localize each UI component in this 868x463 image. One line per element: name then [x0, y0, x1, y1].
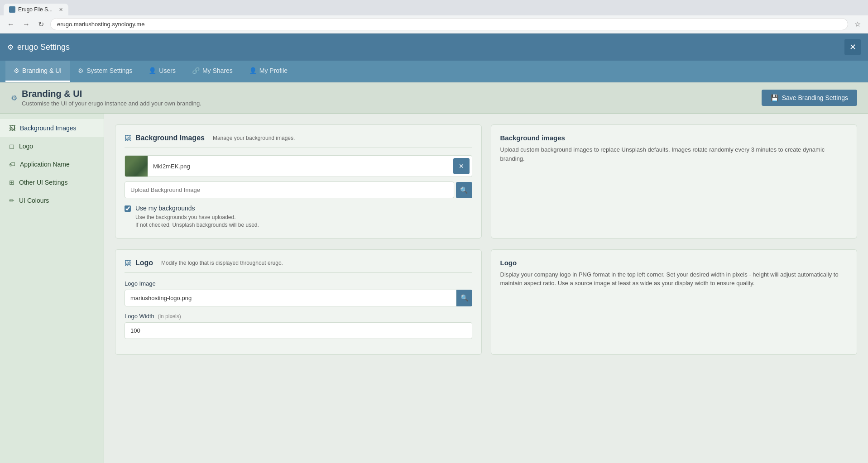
browser-tab-bar: Erugo File S... ✕: [0, 0, 868, 15]
tab-system-label: System Settings: [86, 67, 132, 74]
logo-section-icon: 🖼: [125, 259, 131, 267]
background-images-section-title: Background Images: [135, 134, 205, 142]
search-icon: 🔍: [460, 186, 468, 194]
app-header-left: ⚙ erugo Settings: [7, 43, 70, 52]
browser-tab[interactable]: Erugo File S... ✕: [4, 4, 68, 15]
users-tab-icon: 👤: [149, 67, 156, 74]
bookmark-button[interactable]: ☆: [853, 18, 863, 30]
header-close-button[interactable]: ✕: [844, 39, 861, 55]
sidebar-item-logo-label: Logo: [19, 143, 33, 150]
background-images-section-subtitle: Manage your background images.: [213, 135, 295, 141]
browser-address-bar: ← → ↻ ☆: [0, 15, 868, 33]
logo-section: 🖼 Logo Modify the logo that is displayed…: [115, 249, 857, 355]
ui-colours-icon: ✏: [9, 197, 14, 204]
background-images-icon: 🖼: [9, 124, 15, 132]
background-images-info: Background images Upload custom backgrou…: [491, 124, 858, 239]
logo-section-title: Logo: [135, 259, 153, 267]
page-subtitle: Customise the UI of your erugo instance …: [22, 100, 201, 107]
upload-search-button[interactable]: 🔍: [456, 182, 472, 198]
file-remove-button[interactable]: ✕: [453, 158, 470, 174]
other-ui-settings-icon: ⊞: [9, 179, 14, 186]
page-title: Branding & UI: [22, 89, 201, 99]
logo-width-sub-label: (in pixels): [158, 313, 181, 320]
sidebar: 🖼 Background Images ◻ Logo 🏷 Application…: [0, 114, 104, 463]
tab-my-shares[interactable]: 🔗 My Shares: [184, 61, 241, 82]
upload-row: 🔍: [125, 181, 472, 198]
profile-tab-icon: 👤: [249, 67, 257, 74]
logo-main: 🖼 Logo Modify the logo that is displayed…: [115, 249, 482, 355]
existing-file-item: MkI2mEK.png ✕: [125, 155, 472, 177]
tab-profile-label: My Profile: [259, 67, 288, 74]
sidebar-item-ui-colours-label: UI Colours: [19, 197, 49, 204]
gear-icon: ⚙: [7, 43, 14, 52]
reload-button[interactable]: ↻: [36, 18, 46, 30]
logo-section-subtitle: Modify the logo that is displayed throug…: [161, 260, 283, 266]
sidebar-item-application-name-label: Application Name: [20, 161, 70, 168]
background-images-info-title: Background images: [500, 134, 848, 142]
sidebar-item-background-images-label: Background Images: [20, 124, 77, 132]
checkbox-text: Use my backgrounds Use the backgrounds y…: [135, 205, 259, 229]
use-my-backgrounds-label[interactable]: Use my backgrounds: [135, 205, 195, 212]
background-images-section-icon: 🖼: [125, 134, 131, 142]
page-header-left: ⚙ Branding & UI Customise the UI of your…: [11, 89, 201, 107]
tab-title: Erugo File S...: [18, 6, 53, 13]
checkbox-desc-line2: If not checked, Unsplash backgrounds wil…: [135, 221, 259, 229]
branding-tab-icon: ⚙: [14, 67, 19, 74]
nav-tabs: ⚙ Branding & UI ⚙ System Settings 👤 User…: [0, 61, 868, 82]
tab-users[interactable]: 👤 Users: [140, 61, 184, 82]
content-area: 🖼 Background Images Manage your backgrou…: [104, 114, 868, 463]
logo-search-icon: 🔍: [460, 294, 468, 301]
page-header: ⚙ Branding & UI Customise the UI of your…: [0, 82, 868, 114]
save-button-label: Save Branding Settings: [782, 94, 848, 101]
main-content: 🖼 Background Images ◻ Logo 🏷 Application…: [0, 114, 868, 463]
logo-section-header: 🖼 Logo Modify the logo that is displayed…: [125, 259, 472, 273]
logo-search-button[interactable]: 🔍: [456, 290, 472, 306]
application-name-icon: 🏷: [9, 161, 15, 168]
use-my-backgrounds-checkbox[interactable]: [125, 205, 131, 212]
logo-icon: ◻: [9, 143, 14, 150]
address-input[interactable]: [50, 18, 848, 30]
background-images-main: 🖼 Background Images Manage your backgrou…: [115, 124, 482, 239]
tab-system-settings[interactable]: ⚙ System Settings: [70, 61, 140, 82]
background-images-header: 🖼 Background Images Manage your backgrou…: [125, 134, 472, 148]
logo-info-title: Logo: [500, 259, 848, 267]
tab-branding-label: Branding & UI: [22, 67, 62, 74]
tab-branding-ui[interactable]: ⚙ Branding & UI: [5, 61, 70, 82]
back-button[interactable]: ←: [5, 19, 16, 30]
tab-close-button[interactable]: ✕: [59, 7, 63, 13]
upload-background-image-input[interactable]: [125, 181, 454, 198]
checkbox-description: Use the backgrounds you have uploaded. I…: [135, 214, 259, 229]
app-header: ⚙ erugo Settings ✕: [0, 33, 868, 61]
logo-image-label: Logo Image: [125, 280, 472, 287]
use-my-backgrounds-row: Use my backgrounds Use the backgrounds y…: [125, 205, 472, 229]
logo-width-label: Logo Width (in pixels): [125, 313, 472, 320]
sidebar-item-ui-colours[interactable]: ✏ UI Colours: [0, 191, 104, 210]
page-header-text: Branding & UI Customise the UI of your e…: [22, 89, 201, 107]
background-images-info-text: Upload custom background images to repla…: [500, 145, 848, 163]
tab-shares-label: My Shares: [202, 67, 233, 74]
logo-width-group: Logo Width (in pixels): [125, 313, 472, 339]
file-name: MkI2mEK.png: [148, 163, 451, 170]
tab-my-profile[interactable]: 👤 My Profile: [241, 61, 296, 82]
sidebar-item-logo[interactable]: ◻ Logo: [0, 137, 104, 155]
logo-info-text: Display your company logo in PNG format …: [500, 270, 848, 288]
system-tab-icon: ⚙: [78, 67, 84, 74]
logo-width-input[interactable]: [125, 322, 472, 339]
shares-tab-icon: 🔗: [192, 67, 200, 74]
sidebar-item-background-images[interactable]: 🖼 Background Images: [0, 119, 104, 137]
save-branding-settings-button[interactable]: 💾 Save Branding Settings: [762, 90, 857, 106]
tab-users-label: Users: [159, 67, 176, 74]
logo-image-input[interactable]: [125, 290, 456, 306]
file-thumbnail: [125, 156, 148, 177]
logo-info: Logo Display your company logo in PNG fo…: [491, 249, 858, 355]
browser-actions: ☆: [853, 18, 863, 30]
background-images-section: 🖼 Background Images Manage your backgrou…: [115, 124, 857, 239]
sidebar-item-application-name[interactable]: 🏷 Application Name: [0, 155, 104, 173]
logo-image-input-row: 🔍: [125, 290, 472, 306]
forward-button[interactable]: →: [21, 19, 32, 30]
save-icon: 💾: [771, 94, 778, 101]
sidebar-item-other-ui-settings[interactable]: ⊞ Other UI Settings: [0, 173, 104, 191]
page-header-icon: ⚙: [11, 94, 17, 102]
logo-image-group: Logo Image 🔍: [125, 280, 472, 306]
tab-favicon: [9, 6, 15, 13]
